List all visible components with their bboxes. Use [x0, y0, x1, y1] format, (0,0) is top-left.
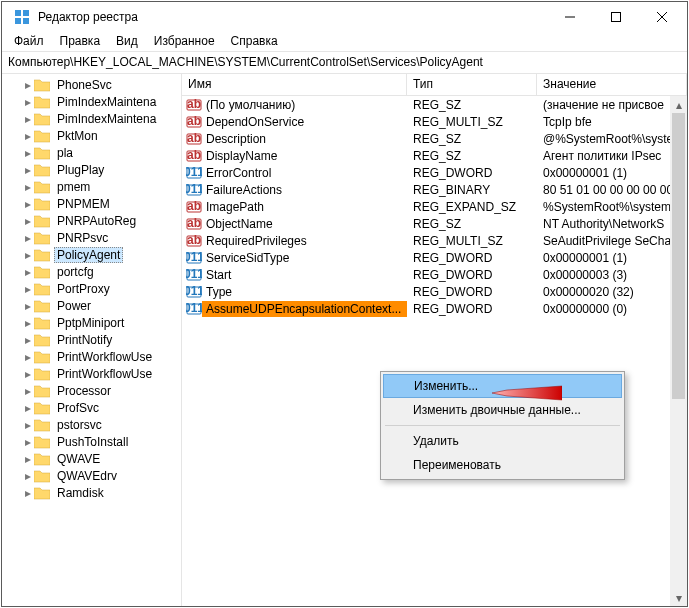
chevron-right-icon[interactable]: ▸ — [22, 248, 34, 262]
menu-favorites[interactable]: Избранное — [146, 32, 223, 51]
tree-item[interactable]: ▸pstorsvc — [2, 416, 181, 433]
list-row[interactable]: abRequiredPrivilegesREG_MULTI_SZSeAuditP… — [182, 232, 687, 249]
vertical-scrollbar[interactable]: ▴ ▾ — [670, 96, 687, 606]
chevron-right-icon[interactable]: ▸ — [22, 78, 34, 92]
chevron-right-icon[interactable]: ▸ — [22, 129, 34, 143]
tree-item[interactable]: ▸Power — [2, 297, 181, 314]
chevron-right-icon[interactable]: ▸ — [22, 452, 34, 466]
tree-label: pla — [54, 146, 76, 160]
tree-label: PhoneSvc — [54, 78, 115, 92]
tree-item[interactable]: ▸portcfg — [2, 263, 181, 280]
list-row[interactable]: abDisplayNameREG_SZАгент политики IPsec — [182, 147, 687, 164]
chevron-right-icon[interactable]: ▸ — [22, 231, 34, 245]
tree-item[interactable]: ▸PptpMiniport — [2, 314, 181, 331]
tree-item[interactable]: ▸PrintWorkflowUse — [2, 365, 181, 382]
close-button[interactable] — [639, 2, 685, 32]
tree-item[interactable]: ▸PNRPAutoReg — [2, 212, 181, 229]
chevron-right-icon[interactable]: ▸ — [22, 265, 34, 279]
list-row[interactable]: 011ServiceSidTypeREG_DWORD0x00000001 (1) — [182, 249, 687, 266]
list-pane[interactable]: Имя Тип Значение ab(По умолчанию)REG_SZ(… — [182, 74, 687, 606]
tree-item[interactable]: ▸PhoneSvc — [2, 76, 181, 93]
ctx-delete[interactable]: Удалить — [383, 429, 622, 453]
chevron-right-icon[interactable]: ▸ — [22, 350, 34, 364]
chevron-right-icon[interactable]: ▸ — [22, 367, 34, 381]
chevron-right-icon[interactable]: ▸ — [22, 435, 34, 449]
list-row[interactable]: 011FailureActionsREG_BINARY80 51 01 00 0… — [182, 181, 687, 198]
value-name: DependOnService — [206, 115, 304, 129]
address-bar[interactable]: Компьютер\HKEY_LOCAL_MACHINE\SYSTEM\Curr… — [2, 52, 687, 74]
list-row[interactable]: 011TypeREG_DWORD0x00000020 (32) — [182, 283, 687, 300]
menu-view[interactable]: Вид — [108, 32, 146, 51]
chevron-right-icon[interactable]: ▸ — [22, 112, 34, 126]
list-row[interactable]: abObjectNameREG_SZNT Authority\NetworkS — [182, 215, 687, 232]
chevron-right-icon[interactable]: ▸ — [22, 418, 34, 432]
tree-item[interactable]: ▸ProfSvc — [2, 399, 181, 416]
chevron-right-icon[interactable]: ▸ — [22, 316, 34, 330]
chevron-right-icon[interactable]: ▸ — [22, 214, 34, 228]
tree-item[interactable]: ▸PNRPsvc — [2, 229, 181, 246]
list-row[interactable]: 011AssumeUDPEncapsulationContext...REG_D… — [182, 300, 687, 317]
ctx-rename[interactable]: Переименовать — [383, 453, 622, 477]
menu-file[interactable]: Файл — [6, 32, 52, 51]
value-type: REG_MULTI_SZ — [407, 115, 537, 129]
tree-item[interactable]: ▸QWAVEdrv — [2, 467, 181, 484]
tree-item[interactable]: ▸PushToInstall — [2, 433, 181, 450]
tree-label: PimIndexMaintena — [54, 112, 159, 126]
tree-item[interactable]: ▸PimIndexMaintena — [2, 110, 181, 127]
tree-pane[interactable]: ▸PhoneSvc▸PimIndexMaintena▸PimIndexMaint… — [2, 74, 182, 606]
svg-rect-5 — [612, 13, 621, 22]
svg-text:011: 011 — [186, 250, 202, 264]
list-row[interactable]: abDescriptionREG_SZ@%SystemRoot%\syste — [182, 130, 687, 147]
tree-item[interactable]: ▸pla — [2, 144, 181, 161]
chevron-right-icon[interactable]: ▸ — [22, 197, 34, 211]
chevron-right-icon[interactable]: ▸ — [22, 180, 34, 194]
tree-label: PNRPsvc — [54, 231, 111, 245]
tree-item[interactable]: ▸QWAVE — [2, 450, 181, 467]
list-row[interactable]: abDependOnServiceREG_MULTI_SZTcpIp bfe — [182, 113, 687, 130]
svg-text:ab: ab — [187, 114, 201, 128]
tree-item[interactable]: ▸pmem — [2, 178, 181, 195]
scroll-down-button[interactable]: ▾ — [670, 589, 687, 606]
tree-item[interactable]: ▸Ramdisk — [2, 484, 181, 501]
chevron-right-icon[interactable]: ▸ — [22, 282, 34, 296]
value-type: REG_DWORD — [407, 268, 537, 282]
column-header-value[interactable]: Значение — [537, 74, 687, 95]
value-type: REG_EXPAND_SZ — [407, 200, 537, 214]
tree-label: PlugPlay — [54, 163, 107, 177]
tree-item[interactable]: ▸PortProxy — [2, 280, 181, 297]
tree-item[interactable]: ▸PrintWorkflowUse — [2, 348, 181, 365]
chevron-right-icon[interactable]: ▸ — [22, 384, 34, 398]
list-row[interactable]: ab(По умолчанию)REG_SZ(значение не присв… — [182, 96, 687, 113]
scroll-up-button[interactable]: ▴ — [670, 96, 687, 113]
tree-item[interactable]: ▸PimIndexMaintena — [2, 93, 181, 110]
tree-item[interactable]: ▸PrintNotify — [2, 331, 181, 348]
chevron-right-icon[interactable]: ▸ — [22, 469, 34, 483]
maximize-button[interactable] — [593, 2, 639, 32]
tree-item[interactable]: ▸PNPMEM — [2, 195, 181, 212]
chevron-right-icon[interactable]: ▸ — [22, 401, 34, 415]
tree-item[interactable]: ▸Processor — [2, 382, 181, 399]
chevron-right-icon[interactable]: ▸ — [22, 486, 34, 500]
menu-edit[interactable]: Правка — [52, 32, 109, 51]
value-type: REG_SZ — [407, 132, 537, 146]
list-row[interactable]: 011StartREG_DWORD0x00000003 (3) — [182, 266, 687, 283]
chevron-right-icon[interactable]: ▸ — [22, 299, 34, 313]
value-name: Description — [206, 132, 266, 146]
value-name: Start — [206, 268, 231, 282]
tree-item[interactable]: ▸PlugPlay — [2, 161, 181, 178]
chevron-right-icon[interactable]: ▸ — [22, 333, 34, 347]
list-row[interactable]: abImagePathREG_EXPAND_SZ%SystemRoot%\sys… — [182, 198, 687, 215]
minimize-button[interactable] — [547, 2, 593, 32]
tree-item[interactable]: ▸PktMon — [2, 127, 181, 144]
menu-help[interactable]: Справка — [223, 32, 286, 51]
tree-label: PptpMiniport — [54, 316, 127, 330]
column-header-name[interactable]: Имя — [182, 74, 407, 95]
chevron-right-icon[interactable]: ▸ — [22, 95, 34, 109]
list-row[interactable]: 011ErrorControlREG_DWORD0x00000001 (1) — [182, 164, 687, 181]
value-data: NT Authority\NetworkS — [537, 217, 687, 231]
tree-item[interactable]: ▸PolicyAgent — [2, 246, 181, 263]
column-header-type[interactable]: Тип — [407, 74, 537, 95]
chevron-right-icon[interactable]: ▸ — [22, 146, 34, 160]
titlebar[interactable]: Редактор реестра — [2, 2, 687, 32]
chevron-right-icon[interactable]: ▸ — [22, 163, 34, 177]
